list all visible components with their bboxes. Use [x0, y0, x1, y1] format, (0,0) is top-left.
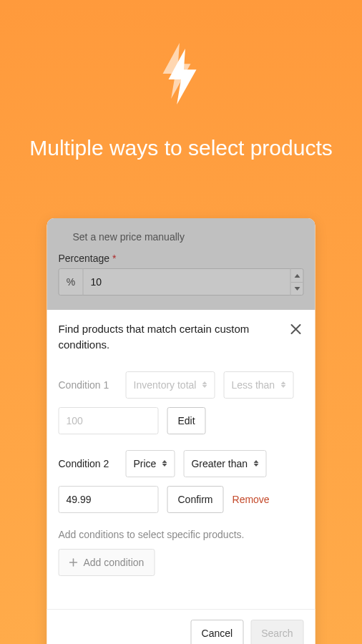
select-arrows-icon — [162, 460, 167, 467]
close-button[interactable] — [288, 321, 304, 337]
sheet-title: Find products that match certain custom … — [59, 321, 281, 353]
select-arrows-icon — [253, 460, 258, 467]
conditions-hint: Add conditions to select specific produc… — [59, 529, 304, 540]
condition-1: Condition 1 Inventory total Less than — [59, 371, 304, 434]
cancel-button[interactable]: Cancel — [191, 620, 244, 644]
condition-2-operator-select[interactable]: Greater than — [183, 450, 266, 477]
percent-prefix: % — [59, 268, 84, 296]
set-price-subline: Set a new price manually — [73, 231, 304, 243]
condition-1-label: Condition 1 — [59, 379, 117, 391]
edit-button[interactable]: Edit — [167, 407, 206, 434]
app-card: Set a new price manually Percentage * % … — [47, 218, 315, 644]
conditions-sheet: Find products that match certain custom … — [47, 310, 315, 644]
search-button[interactable]: Search — [250, 620, 303, 644]
step-down-icon[interactable] — [291, 282, 303, 296]
step-up-icon[interactable] — [291, 268, 303, 282]
close-icon — [290, 323, 302, 335]
condition-1-field-select: Inventory total — [126, 371, 215, 399]
percentage-value: 10 — [84, 276, 290, 288]
percentage-input[interactable]: % 10 — [59, 268, 304, 296]
plus-icon — [69, 558, 78, 567]
sheet-footer: Cancel Search — [47, 609, 315, 644]
condition-2-field-select[interactable]: Price — [126, 450, 175, 477]
select-arrows-icon — [280, 381, 285, 388]
lightning-bolt-icon — [160, 43, 202, 107]
add-condition-button[interactable]: Add condition — [59, 549, 155, 576]
condition-1-value-input: 100 — [59, 407, 159, 434]
condition-2-label: Condition 2 — [59, 458, 117, 469]
condition-2: Condition 2 Price Greater than — [59, 450, 304, 513]
condition-1-operator-select: Less than — [223, 371, 293, 399]
condition-2-value-input[interactable]: 49.99 — [59, 486, 159, 513]
select-arrows-icon — [202, 381, 207, 388]
hero-title: Multiple ways to select products — [29, 135, 333, 162]
percentage-label: Percentage * — [59, 253, 304, 264]
confirm-button[interactable]: Confirm — [167, 486, 224, 513]
remove-link[interactable]: Remove — [233, 494, 270, 505]
background-panel: Set a new price manually Percentage * % … — [47, 218, 315, 310]
